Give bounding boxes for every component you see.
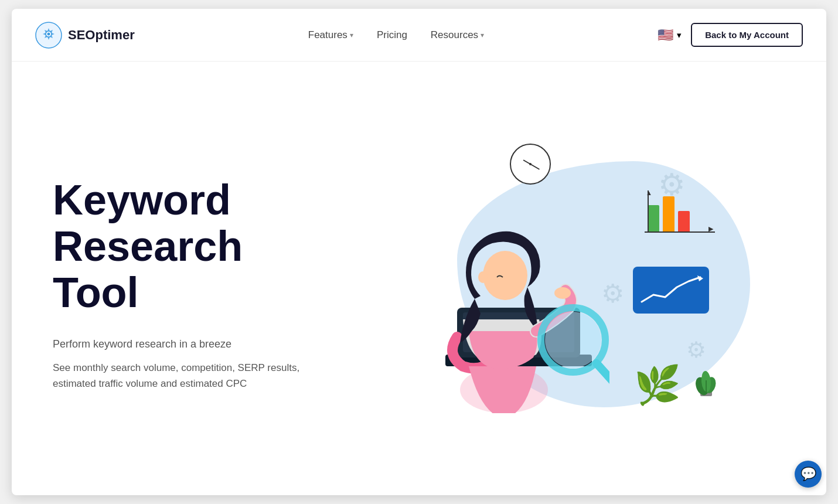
flag-icon: 🇺🇸 [658,28,673,43]
hero-title: Keyword Research Tool [53,177,311,316]
hero-title-line3: Tool [53,269,139,316]
logo-text: SEOptimer [68,28,135,43]
trend-chart-box [633,267,709,314]
nav-features-label: Features [308,29,348,41]
nav-pricing-label: Pricing [377,29,407,41]
plant-icon: 🌿 [634,357,721,407]
plant-svg [691,357,721,398]
hero-left: Keyword Research Tool Perform keyword re… [53,62,311,495]
svg-point-20 [554,287,571,299]
clock-center-dot [529,163,532,165]
hero-section: Keyword Research Tool Perform keyword re… [12,62,826,495]
chart-arrow-up-icon: ▲ [646,189,652,196]
hero-subtitle: Perform keyword research in a breeze [53,338,311,350]
chart-arrow-right-icon: ▶ [708,225,713,233]
chart-axis-horizontal [645,231,715,233]
svg-point-15 [483,251,527,300]
person-svg [410,190,609,413]
chat-icon: 💬 [800,466,816,482]
nav-item-pricing[interactable]: Pricing [377,29,407,41]
hero-description: See monthly search volume, competition, … [53,360,311,391]
chart-axis-vertical [648,190,649,233]
nav-resources-label: Resources [431,29,478,41]
clock-minute-hand [530,164,540,170]
svg-line-19 [597,363,609,381]
clock-face [516,149,545,179]
back-to-account-button[interactable]: Back to My Account [691,23,803,47]
hero-right: ⚙ ⚙ ⚙ ▲ ▶ [311,62,803,495]
nav-item-features[interactable]: Features ▾ [308,29,353,41]
chart-bars: ▲ [645,190,715,231]
trend-chart-svg [639,273,703,308]
hero-title-line1: Keyword [53,176,231,223]
illustration-container: ⚙ ⚙ ⚙ ▲ ▶ [375,114,738,442]
clock-icon [510,144,551,185]
svg-point-16 [478,271,488,283]
bar-red [678,211,690,231]
bar-chart: ▲ ▶ [645,190,715,243]
bar-orange [663,196,675,231]
nav-right: 🇺🇸 ▾ Back to My Account [658,23,803,47]
logo-icon [35,22,62,49]
resources-chevron-icon: ▾ [481,31,484,39]
logo-link[interactable]: SEOptimer [35,22,135,49]
features-chevron-icon: ▾ [350,31,353,39]
navbar: SEOptimer Features ▾ Pricing Resources ▾ [12,9,826,62]
svg-point-18 [545,312,601,368]
svg-point-2 [47,32,50,35]
language-chevron-icon: ▾ [677,30,682,40]
language-selector[interactable]: 🇺🇸 ▾ [658,28,682,43]
bar-green [648,205,659,231]
person-illustration [410,190,609,413]
nav-item-resources[interactable]: Resources ▾ [431,29,484,41]
chat-button[interactable]: 💬 [795,461,822,488]
nav-links: Features ▾ Pricing Resources ▾ [308,29,484,41]
hero-title-line2: Research [53,223,243,270]
